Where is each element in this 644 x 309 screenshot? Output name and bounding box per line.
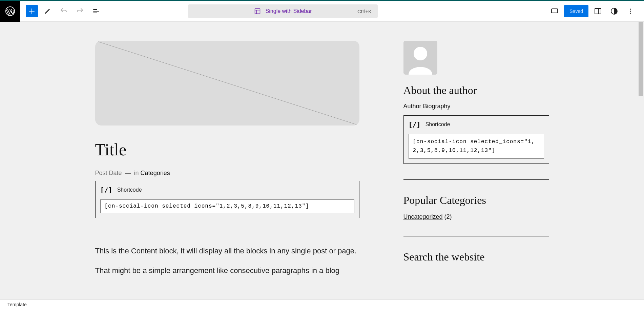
template-selector[interactable]: Single with Sidebar Ctrl+K [188, 4, 378, 18]
shortcode-label: Shortcode [425, 121, 450, 128]
svg-rect-2 [595, 8, 601, 14]
svg-line-7 [95, 41, 359, 125]
desktop-icon [550, 7, 559, 15]
sidebar-column: About the author Author Biography [/] Sh… [403, 41, 549, 276]
post-title[interactable]: Title [95, 140, 359, 159]
content-paragraph: This is the Content block, it will displ… [95, 245, 359, 257]
options-button[interactable] [624, 4, 637, 18]
meta-dash: — [125, 170, 131, 176]
category-count: (2) [444, 213, 452, 220]
main-column: Title Post Date — in Categories [/] Shor… [95, 41, 359, 276]
sidebar-icon [594, 7, 602, 15]
layout-icon [254, 8, 261, 15]
sidebar-divider [403, 179, 549, 180]
tools-button[interactable] [41, 4, 54, 18]
svg-point-6 [630, 13, 631, 14]
post-categories[interactable]: Categories [141, 170, 170, 176]
sidebar-divider [403, 236, 549, 236]
list-view-icon [92, 7, 100, 15]
settings-sidebar-button[interactable] [591, 4, 605, 18]
author-biography[interactable]: Author Biography [403, 103, 549, 110]
editor-footer: Template [0, 300, 644, 309]
featured-image-placeholder[interactable] [95, 41, 359, 125]
meta-in: in [134, 170, 139, 176]
plus-icon [28, 7, 36, 15]
breadcrumb[interactable]: Template [7, 302, 27, 307]
wordpress-logo[interactable] [0, 1, 20, 22]
editor-canvas[interactable]: Title Post Date — in Categories [/] Shor… [0, 22, 644, 300]
post-date[interactable]: Post Date [95, 170, 122, 176]
svg-point-5 [630, 11, 631, 12]
shortcode-block-sidebar[interactable]: [/] Shortcode [cn-social-icon selected_i… [403, 115, 549, 164]
wordpress-icon [5, 6, 15, 16]
svg-rect-1 [255, 9, 260, 14]
undo-button[interactable] [57, 4, 70, 18]
template-shortcut: Ctrl+K [357, 8, 372, 14]
redo-button[interactable] [73, 4, 87, 18]
search-heading[interactable]: Search the website [403, 251, 549, 263]
styles-button[interactable] [607, 4, 621, 18]
view-button[interactable] [548, 4, 561, 18]
popular-categories-heading[interactable]: Popular Categories [403, 194, 549, 207]
shortcode-input[interactable]: [cn-social-icon selected_icons="1,2,3,5,… [100, 199, 354, 213]
scrollbar-thumb[interactable] [639, 22, 643, 96]
shortcode-icon: [/] [409, 120, 421, 129]
category-link[interactable]: Uncategorized [403, 213, 443, 220]
contrast-icon [610, 7, 618, 15]
block-inserter-button[interactable] [26, 5, 38, 17]
avatar-icon [403, 41, 437, 75]
kebab-icon [626, 7, 635, 15]
template-name: Single with Sidebar [266, 8, 312, 14]
svg-point-8 [414, 47, 427, 60]
toolbar-right: Saved [548, 4, 644, 18]
about-author-heading[interactable]: About the author [403, 84, 549, 97]
post-content[interactable]: This is the Content block, it will displ… [95, 245, 359, 276]
post-meta: Post Date — in Categories [95, 170, 359, 177]
document-overview-button[interactable] [89, 4, 103, 18]
shortcode-block-main[interactable]: [/] Shortcode [cn-social-icon selected_i… [95, 181, 359, 218]
undo-icon [60, 7, 68, 15]
redo-icon [76, 7, 84, 15]
pencil-icon [43, 7, 51, 15]
author-avatar-placeholder[interactable] [403, 41, 437, 75]
editor-toolbar: Single with Sidebar Ctrl+K Saved [0, 1, 644, 22]
content-paragraph: That might be a simple arrangement like … [95, 265, 359, 276]
scrollbar[interactable] [638, 22, 644, 300]
shortcode-label: Shortcode [117, 187, 142, 193]
toolbar-left [20, 4, 103, 18]
placeholder-diagonal-icon [95, 41, 359, 125]
save-button[interactable]: Saved [564, 5, 588, 17]
svg-point-4 [630, 8, 631, 9]
shortcode-input[interactable]: [cn-social-icon selected_icons="1,2,3,5,… [409, 134, 544, 159]
shortcode-icon: [/] [100, 186, 112, 194]
category-list: Uncategorized (2) [403, 213, 549, 220]
